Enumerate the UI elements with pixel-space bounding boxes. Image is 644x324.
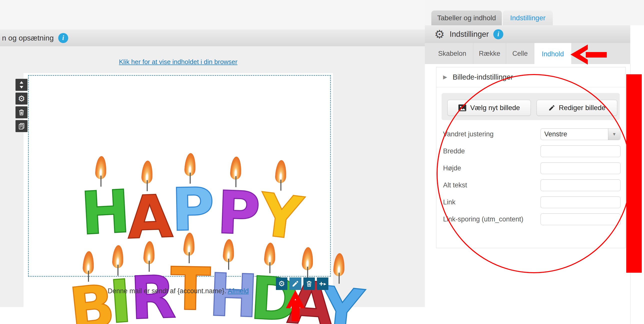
label-link-sporing: Link-sporing (utm_content) bbox=[443, 213, 523, 225]
subtab-label: Skabelon bbox=[438, 50, 466, 58]
candle-letter-glyph: I bbox=[108, 274, 134, 324]
trash-icon bbox=[306, 280, 313, 287]
tab-tables-and-content[interactable]: Tabeller og indhold bbox=[431, 11, 502, 25]
tab-label: Tabeller og indhold bbox=[437, 14, 496, 22]
image-icon bbox=[458, 104, 466, 112]
pencil-icon bbox=[292, 280, 299, 287]
triangle-right-icon: ▶ bbox=[443, 74, 447, 80]
block-toolbar: ⚙ bbox=[16, 79, 28, 132]
label-vandret-justering: Vandret justering bbox=[443, 128, 494, 140]
link-sporing-input[interactable] bbox=[540, 213, 620, 225]
subtab-raekke[interactable]: Række bbox=[473, 43, 506, 64]
info-icon[interactable]: i bbox=[58, 33, 68, 43]
candle-letter-glyph: H bbox=[80, 184, 132, 241]
subtab-label: Række bbox=[479, 50, 500, 58]
label-link: Link bbox=[443, 196, 456, 208]
gear-icon: ⚙ bbox=[434, 29, 444, 40]
trash-icon bbox=[18, 109, 25, 116]
move-icon: +▸ bbox=[319, 280, 326, 287]
settings-panel-header: ⚙ Indstillinger i bbox=[425, 25, 630, 43]
label-bredde: Bredde bbox=[443, 145, 465, 157]
settings-panel-title: Indstillinger bbox=[450, 30, 489, 39]
hoejde-input[interactable] bbox=[540, 162, 620, 174]
pencil-icon bbox=[548, 104, 555, 111]
subtab-indhold[interactable]: Indhold bbox=[534, 43, 571, 65]
left-top-strip bbox=[0, 0, 425, 30]
footer-text: Denne mail er sendt af {account.name}. bbox=[108, 287, 226, 295]
select-value: Venstre bbox=[541, 130, 608, 138]
tab-label: Indstillinger bbox=[510, 14, 546, 22]
candle-letter-glyph: P bbox=[216, 185, 261, 241]
unsubscribe-link[interactable]: Afmeld bbox=[228, 287, 249, 295]
candle-letter-glyph: R bbox=[130, 270, 176, 324]
email-footer: Denne mail er sendt af {account.name}. A… bbox=[24, 287, 333, 295]
block-delete-button[interactable] bbox=[16, 106, 28, 118]
choose-new-image-button[interactable]: Vælg nyt billede bbox=[447, 100, 531, 116]
subtab-celle[interactable]: Celle bbox=[506, 43, 534, 64]
left-section-header: n og opsætning i bbox=[0, 30, 425, 47]
alt-tekst-input[interactable] bbox=[540, 179, 620, 191]
label-hoejde: Højde bbox=[443, 162, 461, 174]
candle-letter-glyph: Y bbox=[256, 187, 305, 246]
view-in-browser-link-row: Klik her for at vise indholdet i din bro… bbox=[24, 58, 333, 66]
edit-image-button[interactable]: Rediger billede bbox=[536, 100, 617, 116]
section-title: Billede-indstillinger bbox=[452, 73, 513, 81]
link-input[interactable] bbox=[540, 196, 620, 208]
candle-letter-glyph: A bbox=[126, 189, 174, 245]
chevron-down-icon[interactable]: ▼ bbox=[608, 129, 620, 140]
gear-icon: ⚙ bbox=[278, 280, 285, 287]
subtab-label: Celle bbox=[512, 50, 528, 58]
button-label: Vælg nyt billede bbox=[470, 104, 520, 112]
subtab-label: Indhold bbox=[542, 50, 564, 58]
bredde-input[interactable] bbox=[540, 145, 620, 157]
email-editor-page: n og opsætning i Klik her for at vise in… bbox=[0, 0, 644, 324]
birthday-image[interactable]: HAPPYBIRTHDAY bbox=[24, 73, 333, 288]
candle-letter-glyph: P bbox=[171, 182, 215, 237]
info-icon[interactable]: i bbox=[493, 29, 503, 39]
block-settings-button[interactable]: ⚙ bbox=[16, 93, 28, 105]
gear-icon: ⚙ bbox=[18, 95, 25, 103]
move-vertical-button[interactable] bbox=[16, 79, 28, 91]
horizontal-align-select[interactable]: Venstre ▼ bbox=[540, 128, 620, 140]
left-header-title: n og opsætning bbox=[2, 34, 54, 42]
tab-settings[interactable]: Indstillinger bbox=[503, 11, 553, 25]
button-label: Rediger billede bbox=[559, 104, 606, 112]
copy-icon bbox=[18, 122, 25, 130]
image-settings-section-header[interactable]: ▶ Billede-indstillinger bbox=[436, 67, 625, 87]
move-vertical-icon bbox=[18, 81, 25, 89]
view-in-browser-link[interactable]: Klik her for at vise indholdet i din bro… bbox=[119, 58, 238, 66]
label-alt-tekst: Alt tekst bbox=[443, 179, 467, 191]
subtab-skabelon[interactable]: Skabelon bbox=[431, 43, 473, 64]
block-copy-button[interactable] bbox=[16, 120, 28, 132]
